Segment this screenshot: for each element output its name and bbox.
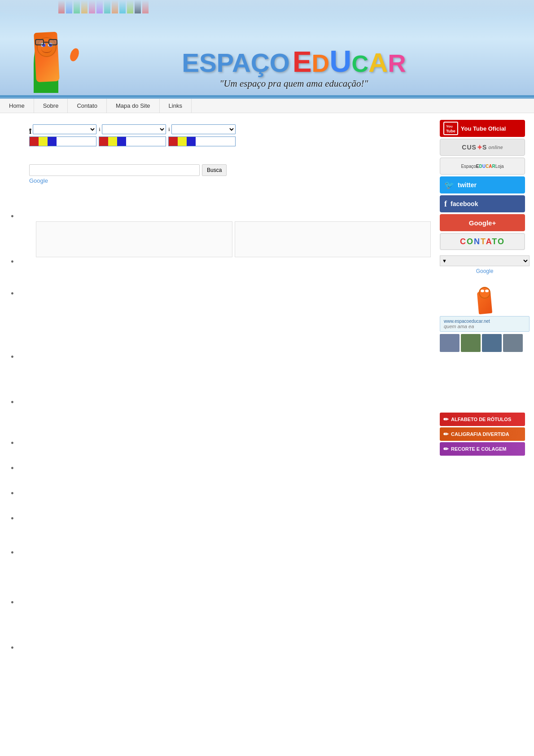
loja-label-e: E xyxy=(476,164,479,169)
cursos-star: ✦ xyxy=(477,143,482,152)
google-label-area: Google xyxy=(29,177,431,184)
bullet-12: • xyxy=(2,643,22,653)
caligrafia-button[interactable]: ✏ CALIGRAFIA DIVERTIDA xyxy=(440,427,525,441)
search-input[interactable] xyxy=(29,164,200,176)
cursos-online: online xyxy=(488,145,503,150)
nav-sobre[interactable]: Sobre xyxy=(34,99,68,113)
search-area: Busca Google xyxy=(29,164,431,184)
translate-select-2[interactable] xyxy=(102,124,166,134)
right-sidebar: YouTube You Tube Oficial CUS ✦ S online … xyxy=(435,118,534,664)
contato-button[interactable]: CONTATO xyxy=(440,233,525,250)
photo-strip xyxy=(440,334,530,352)
search-button[interactable]: Busca xyxy=(202,164,227,176)
googleplus-label: Google+ xyxy=(469,219,496,227)
rs-spacer-1 xyxy=(440,278,530,285)
site-tagline: "Um espaço pra quem ama educação!" xyxy=(220,78,368,89)
info-icon-3: ℹ xyxy=(168,127,170,132)
main-container: • • • • • • • • • • • • ℹ ℹ xyxy=(0,113,534,668)
twitter-button[interactable]: 🐦 twitter xyxy=(440,176,525,193)
spacer-1 xyxy=(29,149,431,162)
translate-widget: ℹ ℹ ℹ xyxy=(29,124,431,146)
col-box-right xyxy=(235,221,431,257)
site-url-block: www.espacoeducar.net quem ama ea xyxy=(440,316,530,332)
left-sidebar: • • • • • • • • • • • • xyxy=(0,118,25,664)
photo-1 xyxy=(440,334,460,352)
content-block-6 xyxy=(29,342,431,369)
twitter-label: twitter xyxy=(458,181,477,189)
facebook-icon: f xyxy=(444,199,447,209)
photo-3 xyxy=(482,334,502,352)
translate-select-1[interactable] xyxy=(33,124,96,134)
loja-label-d: D xyxy=(479,164,482,169)
twitter-icon: 🐦 xyxy=(444,180,454,190)
photo-2 xyxy=(461,334,481,352)
contato-label: CONTATO xyxy=(460,237,505,246)
loja-label-rest: Loja xyxy=(495,164,504,169)
cursos-button[interactable]: CUS ✦ S online xyxy=(440,139,525,156)
bullet-10: • xyxy=(2,548,22,558)
youtube-icon: YouTube xyxy=(443,122,458,135)
alfabeto-icon: ✏ xyxy=(443,416,449,423)
content-block-5 xyxy=(29,324,431,342)
recorte-label: RECORTE E COLAGEM xyxy=(451,446,506,452)
googleplus-button[interactable]: Google+ xyxy=(440,214,525,231)
bullet-1: • xyxy=(2,212,22,221)
loja-label-a: A xyxy=(489,164,492,169)
content-block-3 xyxy=(29,288,431,306)
content-block-7 xyxy=(29,369,431,404)
content-block-4 xyxy=(29,306,431,324)
photo-4 xyxy=(503,334,523,352)
nav-mapa[interactable]: Mapa do Site xyxy=(107,99,160,113)
bullet-9: • xyxy=(2,514,22,523)
col-box-left xyxy=(36,221,232,257)
bullet-3: • xyxy=(2,289,22,299)
brand-name: ESPA Ç O E D U C A R xyxy=(182,46,406,76)
loja-label-espaco: Espaço xyxy=(461,164,476,169)
nav-links[interactable]: Links xyxy=(160,99,192,113)
loja-button[interactable]: Espaço E D U C A R Loja xyxy=(440,158,525,175)
bullet-6: • xyxy=(2,439,22,448)
header-bottom-bar xyxy=(0,95,534,97)
bullet-4: • xyxy=(2,352,22,362)
flag-row-3 xyxy=(168,136,236,146)
bullet-8: • xyxy=(2,489,22,498)
bullet-7: • xyxy=(2,464,22,473)
alfabeto-label: ALFABETO DE RÓTULOS xyxy=(451,417,511,422)
brand-espaco: ESPA xyxy=(182,50,251,76)
flag-row-1 xyxy=(29,136,96,146)
youtube-label: You Tube Oficial xyxy=(461,125,506,132)
site-url-text: www.espacoeducar.net xyxy=(444,319,525,324)
content-block-8 xyxy=(29,404,431,422)
facebook-button[interactable]: f facebook xyxy=(440,195,525,212)
cursos-text: CUS xyxy=(462,144,477,151)
header-banner: ESPA Ç O E D U C A R "Um espaço pra quem… xyxy=(0,0,534,99)
content-block-2 xyxy=(29,261,431,288)
rs-mascot-area xyxy=(440,287,530,314)
content-block-1 xyxy=(29,195,431,218)
loja-label-r: R xyxy=(492,164,495,169)
site-title-area: ESPA Ç O E D U C A R "Um espaço pra quem… xyxy=(76,46,512,93)
alfabeto-button[interactable]: ✏ ALFABETO DE RÓTULOS xyxy=(440,413,525,426)
nav-contato[interactable]: Contato xyxy=(68,99,107,113)
bullet-5: • xyxy=(2,398,22,407)
nav-home[interactable]: Home xyxy=(0,99,34,113)
site-url-tagline: quem ama ea xyxy=(444,324,525,329)
google-label: Google xyxy=(29,177,48,184)
rs-google-label: Google xyxy=(476,268,494,274)
youtube-button[interactable]: YouTube You Tube Oficial xyxy=(440,120,525,137)
rs-language-select[interactable]: ▼ xyxy=(440,255,530,266)
content-area: ℹ ℹ ℹ xyxy=(25,118,435,664)
rs-mascot xyxy=(473,287,497,314)
mascot-glasses xyxy=(35,39,57,45)
bullet-2: • xyxy=(2,257,22,267)
translate-select-3[interactable] xyxy=(171,124,236,134)
recorte-icon: ✏ xyxy=(443,445,449,453)
rs-spacer-2 xyxy=(440,354,530,413)
mascot-area xyxy=(27,10,76,93)
loja-label-c: C xyxy=(486,164,489,169)
cursos-s: S xyxy=(482,144,487,151)
recorte-button[interactable]: ✏ RECORTE E COLAGEM xyxy=(440,442,525,456)
bullet-11: • xyxy=(2,598,22,607)
loja-label-u: U xyxy=(482,164,486,169)
caligrafia-label: CALIGRAFIA DIVERTIDA xyxy=(451,431,509,437)
